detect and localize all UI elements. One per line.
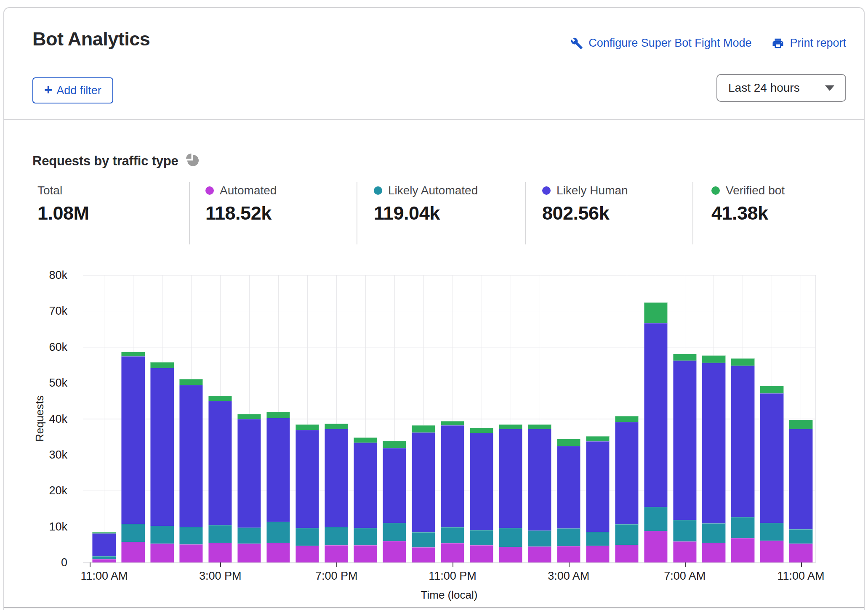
bar-segment-automated — [209, 543, 232, 562]
bar-stack — [528, 275, 551, 562]
bar-segment-likely-human — [789, 429, 812, 529]
bar-segment-likely-automated — [180, 527, 203, 545]
bar-segment-likely-automated — [702, 523, 725, 543]
stat-likely-human[interactable]: Likely Human 802.56k — [542, 184, 628, 224]
stat-verified-bot-label: Verified bot — [726, 184, 785, 197]
wrench-icon — [570, 37, 583, 50]
bar-segment-automated — [325, 545, 348, 562]
stat-likely-automated[interactable]: Likely Automated 119.04k — [374, 184, 478, 224]
bar-stack — [441, 275, 464, 562]
bar-segment-likely-human — [267, 418, 290, 522]
y-tick-label: 30k — [4, 448, 67, 461]
bar-segment-likely-automated — [615, 524, 638, 545]
bar-slot[interactable] — [757, 275, 786, 562]
bar-segment-likely-human — [180, 385, 203, 526]
bar-slot[interactable] — [554, 275, 583, 562]
bar-slot[interactable] — [496, 275, 525, 562]
add-filter-button[interactable]: + Add filter — [32, 77, 113, 103]
bar-slot[interactable] — [206, 275, 235, 562]
stat-automated-value: 118.52k — [205, 202, 277, 224]
bar-segment-likely-automated — [441, 527, 464, 543]
bar-segment-likely-human — [325, 429, 348, 526]
y-tick-label: 10k — [4, 520, 67, 533]
traffic-type-stats: Total 1.08M Automated 118.52k Likely Aut… — [4, 184, 864, 247]
bar-segment-likely-human — [760, 393, 783, 523]
bar-slot[interactable] — [90, 275, 119, 562]
bar-segment-likely-automated — [296, 528, 319, 546]
bar-segment-automated — [238, 544, 261, 562]
bar-segment-verified-bot — [499, 424, 522, 429]
bar-stack — [180, 275, 203, 562]
print-report-link[interactable]: Print report — [772, 37, 846, 50]
requests-chart: Time (local) 11:00 AM3:00 PM7:00 PM11:00… — [83, 275, 815, 607]
bar-slot[interactable] — [583, 275, 612, 562]
chevron-down-icon — [825, 85, 834, 91]
bar-slot[interactable] — [525, 275, 554, 562]
bar-segment-verified-bot — [383, 441, 406, 448]
section-title-row: Requests by traffic type — [32, 153, 200, 170]
stat-likely-automated-value: 119.04k — [374, 202, 478, 224]
y-tick-label: 50k — [4, 377, 67, 390]
x-tick-label: 11:00 AM — [755, 570, 847, 583]
bar-segment-likely-human — [354, 443, 377, 528]
bar-segment-likely-human — [93, 533, 116, 556]
x-tick-label: 7:00 PM — [290, 570, 383, 583]
x-axis-tick — [90, 562, 91, 567]
x-axis-tick — [453, 562, 453, 567]
bar-stack — [238, 275, 261, 562]
bar-slot[interactable] — [728, 275, 757, 562]
bar-segment-verified-bot — [557, 439, 580, 446]
bar-stack — [789, 275, 812, 562]
bar-slot[interactable] — [235, 275, 264, 562]
bar-stack — [209, 275, 232, 562]
bar-segment-likely-human — [557, 446, 580, 528]
bar-slot[interactable] — [786, 275, 815, 562]
bar-segment-automated — [644, 531, 667, 562]
page-title: Bot Analytics — [32, 28, 150, 50]
bar-segment-likely-automated — [528, 530, 551, 546]
bar-slot[interactable] — [119, 275, 148, 562]
bar-slot[interactable] — [264, 275, 293, 562]
bar-slot[interactable] — [612, 275, 641, 562]
stat-automated[interactable]: Automated 118.52k — [205, 184, 277, 224]
bar-segment-likely-human — [731, 366, 754, 517]
bar-slot[interactable] — [148, 275, 177, 562]
bar-slot[interactable] — [293, 275, 322, 562]
configure-super-bot-fight-mode-link[interactable]: Configure Super Bot Fight Mode — [570, 37, 751, 50]
bar-slot[interactable] — [670, 275, 699, 562]
bar-slot[interactable] — [177, 275, 206, 562]
bar-stack — [702, 275, 725, 562]
x-tick-label: 3:00 AM — [522, 570, 615, 583]
bar-slot[interactable] — [641, 275, 670, 562]
bar-stack — [296, 275, 319, 562]
bar-segment-automated — [673, 541, 696, 562]
bar-stack — [470, 275, 493, 562]
bar-slot[interactable] — [380, 275, 409, 562]
bar-segment-automated — [441, 543, 464, 562]
time-range-value: Last 24 hours — [728, 81, 825, 95]
stat-divider — [525, 182, 526, 244]
bar-segment-verified-bot — [673, 354, 696, 361]
bot-analytics-panel: Bot Analytics Configure Super Bot Fight … — [3, 7, 865, 610]
bar-stack — [586, 275, 609, 562]
bar-stack — [354, 275, 377, 562]
bar-slot[interactable] — [438, 275, 467, 562]
bar-segment-automated — [702, 543, 725, 562]
screen: { "header": { "title": "Bot Analytics", … — [0, 0, 868, 610]
bar-slot[interactable] — [467, 275, 496, 562]
bar-segment-likely-automated — [760, 523, 783, 541]
bar-segment-automated — [499, 547, 522, 562]
bar-segment-verified-bot — [267, 412, 290, 418]
bar-segment-automated — [731, 538, 754, 562]
bar-slot[interactable] — [409, 275, 438, 562]
x-tick-label: 3:00 PM — [174, 570, 266, 583]
time-range-select[interactable]: Last 24 hours — [716, 74, 846, 102]
bar-slot[interactable] — [699, 275, 728, 562]
bar-slot[interactable] — [351, 275, 380, 562]
likely-automated-legend-dot — [374, 186, 382, 195]
bar-segment-automated — [586, 546, 609, 562]
bar-slot[interactable] — [322, 275, 351, 562]
bar-segment-verified-bot — [586, 436, 609, 441]
bar-segment-automated — [151, 544, 174, 562]
stat-verified-bot[interactable]: Verified bot 41.38k — [711, 184, 785, 224]
